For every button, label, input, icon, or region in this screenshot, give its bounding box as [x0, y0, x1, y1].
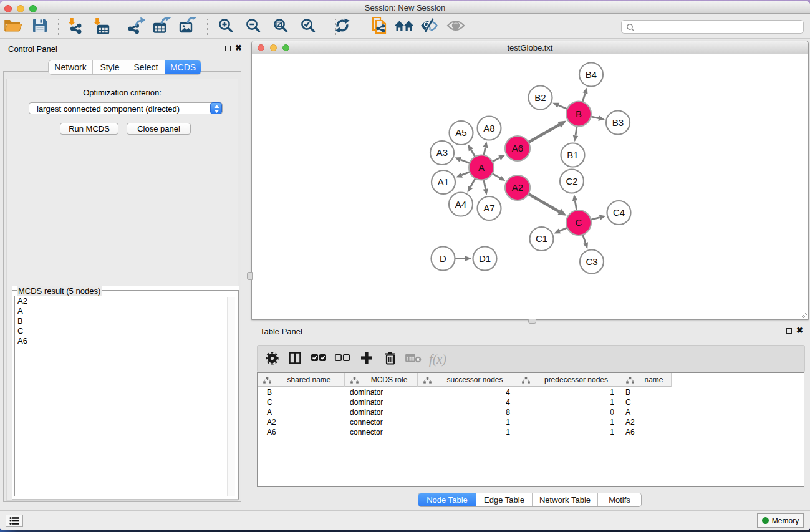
zoom-selected-button[interactable] [296, 16, 319, 37]
scrollbar-track[interactable] [227, 297, 235, 496]
delete-table-button[interactable] [403, 350, 424, 369]
zoom-out-button[interactable] [241, 16, 264, 37]
mcds-panel: Optimization criterion: largest connecte… [6, 79, 238, 501]
resize-grip-icon[interactable] [799, 310, 808, 319]
mcds-result-group: MCDS result (5 nodes) A2ABCA6 [12, 286, 239, 500]
zoom-selected-icon [299, 17, 316, 36]
export-table-button[interactable] [150, 16, 173, 37]
control-panel-tabs: NetworkStyleSelectMCDS [49, 60, 201, 74]
graph-node-label: A2 [512, 182, 523, 193]
zoom-fit-button[interactable] [269, 16, 291, 37]
tab-select[interactable]: Select [127, 60, 165, 74]
gear-icon [265, 351, 279, 368]
window-title: Session: New Session [0, 3, 810, 12]
export-image-icon [178, 17, 197, 37]
table-row[interactable]: C dominator 4 1 C [258, 397, 804, 407]
table-row[interactable]: A6 connector 1 1 A6 [258, 427, 804, 437]
tab-edge-table[interactable]: Edge Table [476, 493, 533, 506]
table-row[interactable]: A dominator 8 0 A [258, 407, 804, 417]
graph-node-label: A1 [438, 177, 449, 187]
tab-network[interactable]: Network [49, 60, 93, 74]
node-table[interactable]: shared name MCDS role successor nodes pr… [257, 372, 804, 487]
memory-button[interactable]: Memory [757, 513, 804, 528]
status-bar: Memory [0, 510, 810, 530]
graph-node-label: C4 [613, 207, 625, 218]
dropdown-stepper-icon [210, 102, 222, 114]
search-box[interactable] [621, 20, 804, 34]
mcds-result-item[interactable]: C [15, 326, 236, 336]
open-file-button[interactable] [2, 16, 24, 37]
graph-node-label: C3 [586, 256, 597, 267]
tab-motifs[interactable]: Motifs [598, 493, 641, 506]
import-table-button[interactable] [90, 16, 112, 37]
first-neighbors-button[interactable] [393, 16, 415, 37]
deselect-all-icon [334, 354, 350, 365]
column-header[interactable]: shared name [258, 373, 345, 387]
close-panel-button[interactable]: Close panel [127, 123, 191, 135]
mcds-result-list[interactable]: A2ABCA6 [14, 296, 236, 496]
column-header[interactable]: name [620, 373, 672, 387]
apply-layout-icon [334, 17, 351, 36]
export-network-button[interactable] [125, 16, 148, 37]
tab-style[interactable]: Style [93, 60, 127, 74]
table-header: shared name MCDS role successor nodes pr… [258, 373, 672, 387]
table-row[interactable]: A2 connector 1 1 A2 [258, 417, 804, 427]
import-network-button[interactable] [64, 16, 86, 37]
frame-edge-handle[interactable] [247, 272, 253, 280]
mcds-result-item[interactable]: A6 [15, 336, 236, 346]
float-panel-icon[interactable] [225, 46, 231, 51]
criterion-value: largest connected component (directed) [37, 104, 180, 114]
run-mcds-button[interactable]: Run MCDS [60, 123, 118, 135]
mcds-result-item[interactable]: A2 [15, 296, 236, 306]
save-session-button[interactable] [29, 16, 51, 37]
gear-button[interactable] [261, 350, 282, 369]
new-network-from-selection-button[interactable] [368, 16, 390, 37]
hide-selected-button[interactable] [418, 16, 440, 37]
split-columns-icon [288, 351, 302, 367]
import-network-icon [66, 17, 84, 37]
mcds-result-item[interactable]: A [15, 306, 236, 316]
graph-node-label: C [576, 217, 582, 228]
delete-column-button[interactable] [380, 350, 401, 369]
graph-node-label: B3 [612, 117, 624, 128]
float-panel-icon[interactable] [786, 328, 792, 334]
mcds-result-item[interactable]: B [15, 316, 236, 326]
memory-label: Memory [772, 516, 799, 525]
add-column-button[interactable] [356, 350, 377, 369]
graph-node-label: A [478, 162, 485, 173]
split-columns-button[interactable] [284, 350, 306, 369]
tab-network-table[interactable]: Network Table [533, 493, 598, 506]
table-row[interactable]: B dominator 4 1 B [258, 387, 804, 397]
hide-selected-icon [420, 17, 438, 36]
select-all-button[interactable] [308, 350, 329, 369]
search-icon [626, 23, 635, 32]
network-window-titlebar[interactable]: testGlobe.txt [252, 41, 808, 54]
apply-layout-button[interactable] [331, 16, 354, 37]
graph-node-label: A6 [512, 143, 523, 153]
toolbar-separator [58, 19, 59, 35]
task-history-button[interactable] [6, 515, 23, 527]
tab-mcds[interactable]: MCDS [165, 60, 201, 74]
table-panel-title: Table Panel [260, 327, 302, 336]
column-header[interactable]: predecessor nodes [516, 373, 620, 387]
search-input[interactable] [637, 21, 799, 32]
column-header[interactable]: successor nodes [418, 373, 516, 387]
graph-node-label: C2 [566, 176, 577, 186]
export-image-button[interactable] [176, 16, 199, 37]
close-panel-icon[interactable]: ✖ [235, 45, 242, 51]
deselect-all-button[interactable] [332, 350, 353, 369]
zoom-in-button[interactable] [214, 16, 236, 37]
delete-table-icon [405, 353, 422, 365]
memory-status-icon [762, 517, 769, 524]
graph-node-label: B [576, 109, 582, 119]
function-builder-button[interactable]: f(x) [427, 350, 448, 369]
close-panel-icon[interactable]: ✖ [796, 327, 803, 334]
tab-node-table[interactable]: Node Table [418, 493, 476, 506]
main-toolbar [0, 14, 810, 39]
criterion-dropdown[interactable]: largest connected component (directed) [29, 102, 223, 114]
network-graph-canvas[interactable]: AA1A2A3A4A5A6A7A8BB1B2B3B4CC1C2C3C4DD1 [252, 54, 808, 319]
new-network-from-selection-icon [370, 16, 388, 37]
show-all-button[interactable] [445, 16, 467, 37]
graph-node-label: A5 [455, 127, 466, 138]
column-header[interactable]: MCDS role [345, 373, 418, 387]
